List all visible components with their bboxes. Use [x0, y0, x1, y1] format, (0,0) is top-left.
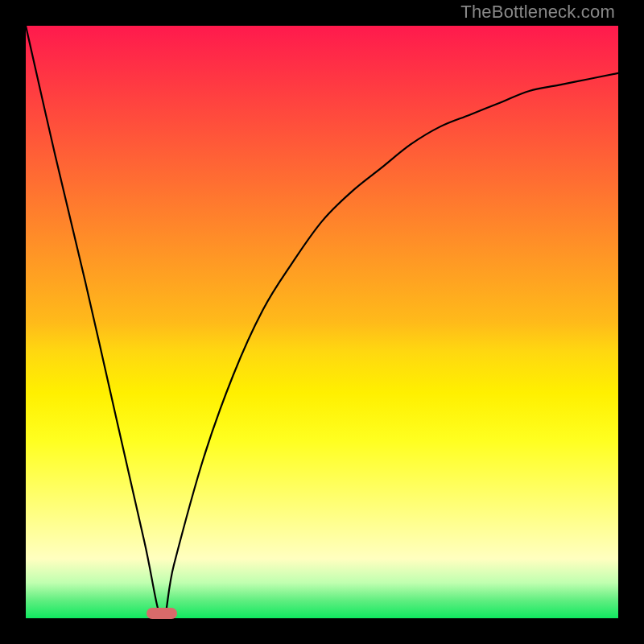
bottleneck-curve: [26, 26, 618, 618]
plot-area: [26, 26, 618, 618]
watermark-text: TheBottleneck.com: [460, 2, 615, 23]
curve-svg: [26, 26, 618, 618]
chart-frame: TheBottleneck.com: [0, 0, 644, 644]
minimum-marker: [147, 608, 177, 619]
